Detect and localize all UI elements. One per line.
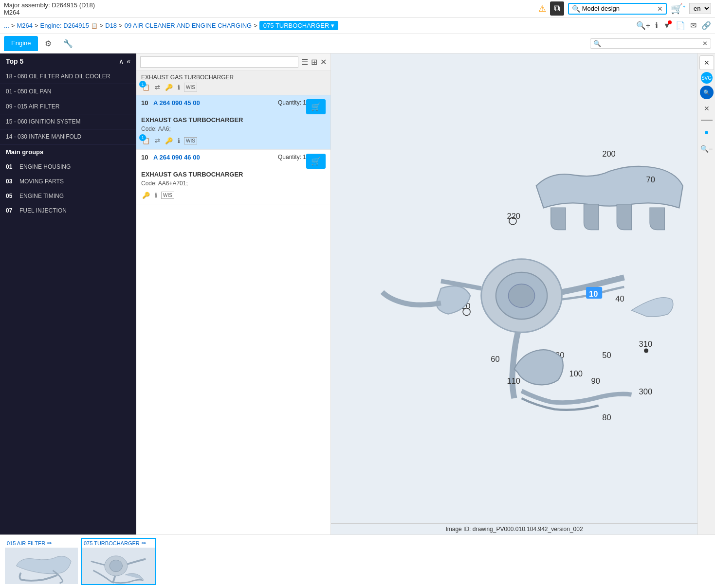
breadcrumb-current[interactable]: 075 TURBOCHARGER ▾ xyxy=(259,21,338,30)
label-40: 40 xyxy=(615,294,624,303)
sidebar-collapse-btn[interactable]: ∧ xyxy=(119,57,124,65)
parts-panel-header: ☰ ⊞ ✕ xyxy=(136,53,330,71)
right-info-btn[interactable]: ● xyxy=(699,125,714,140)
tab-engine[interactable]: Engine xyxy=(4,36,38,51)
part-pos-2: 10 xyxy=(141,154,153,161)
diagram-panel: 200 220 70 xyxy=(331,53,697,535)
part-item-1: 10 A 264 090 45 00 Quantity: 1 🛒 EXHAUST… xyxy=(136,95,330,150)
part-pos-1: 10 xyxy=(141,99,153,107)
part1-exchange-btn[interactable]: ⇄ xyxy=(154,136,161,145)
right-zoom-btn[interactable]: 🔍 xyxy=(700,86,714,99)
tabs: Engine ⚙ 🔧 xyxy=(4,36,78,51)
model-code-text: M264 xyxy=(4,9,95,16)
sidebar-group-01[interactable]: 01 ENGINE HOUSING xyxy=(0,160,136,174)
sidebar-item-oil-pan[interactable]: 01 - 050 OIL PAN xyxy=(0,84,136,99)
search-clear-icon[interactable]: ✕ xyxy=(657,5,663,13)
part-doc-btn[interactable]: 1 📋 xyxy=(141,83,151,92)
cart-button[interactable]: 🛒+ xyxy=(671,3,685,15)
right-toolbar: ✕ SVG 🔍 ✕ ● 🔍− xyxy=(697,53,715,535)
part1-doc-btn[interactable]: 1 📋 xyxy=(141,136,151,145)
copy-button[interactable]: ⧉ xyxy=(550,1,564,16)
parts-close-btn[interactable]: ✕ xyxy=(320,57,327,67)
right-crosshair-btn[interactable]: ✕ xyxy=(699,101,714,116)
diagram-container: 200 220 70 xyxy=(331,53,697,523)
breadcrumb-sep2: > xyxy=(35,22,38,29)
part-wis-btn[interactable]: WIS xyxy=(184,83,197,92)
thumbnail-turbocharger-edit-icon[interactable]: ✏ xyxy=(142,540,147,547)
breadcrumb-d18[interactable]: D18 xyxy=(105,22,117,29)
breadcrumb-engine[interactable]: Engine: D264915 📋 xyxy=(40,22,98,29)
callout-310 xyxy=(644,348,648,353)
breadcrumb-ellipsis[interactable]: ... xyxy=(4,22,9,29)
sidebar-item-air-filter[interactable]: 09 - 015 AIR FILTER xyxy=(0,99,136,114)
language-select[interactable]: en de fr xyxy=(689,3,711,14)
svg-point-3 xyxy=(508,284,534,307)
thumbnail-turbocharger-label: 075 TURBOCHARGER ✏ xyxy=(82,539,155,548)
breadcrumb-sep1: > xyxy=(11,22,15,29)
breadcrumb-09[interactable]: 09 AIR CLEANER AND ENGINE CHARGING xyxy=(125,22,252,29)
parts-list-view-btn[interactable]: ☰ xyxy=(301,57,308,67)
thumbnail-air-filter-text: 015 AIR FILTER xyxy=(7,540,45,546)
right-divider xyxy=(701,120,713,121)
part-doc-notification: 1 xyxy=(139,81,146,88)
thumbnail-air-filter[interactable]: 015 AIR FILTER ✏ xyxy=(4,538,79,585)
part1-key-btn[interactable]: 🔑 xyxy=(164,136,174,145)
part-code-2: Code: AA6+A701; xyxy=(141,180,326,187)
sidebar-pin-btn[interactable]: « xyxy=(127,57,130,65)
label-10: 10 xyxy=(589,289,598,299)
header-left: Major assembly: D264915 (D18) M264 xyxy=(4,1,95,16)
tab-wrench-icon[interactable]: 🔧 xyxy=(58,36,78,51)
sidebar-top5: 18 - 060 OIL FILTER AND OIL COOLER 01 - … xyxy=(0,69,136,144)
share-button[interactable]: 🔗 xyxy=(701,21,711,30)
warning-icon[interactable]: ⚠ xyxy=(538,3,546,14)
doc-button[interactable]: 📄 xyxy=(676,21,685,30)
part1-info-btn[interactable]: ℹ xyxy=(177,136,181,145)
part-number-2[interactable]: A 264 090 46 00 xyxy=(153,154,278,161)
part-key-btn[interactable]: 🔑 xyxy=(164,83,174,92)
zoom-in-button[interactable]: 🔍+ xyxy=(636,21,650,30)
label-220: 220 xyxy=(507,212,520,221)
main-content: Top 5 ∧ « 18 - 060 OIL FILTER AND OIL CO… xyxy=(0,53,715,535)
sidebar-group-03[interactable]: 03 MOVING PARTS xyxy=(0,174,136,189)
breadcrumb-actions: 🔍+ ℹ ▼ 📄 ✉ 🔗 xyxy=(636,21,711,30)
thumbnail-air-filter-edit-icon[interactable]: ✏ xyxy=(47,540,52,547)
part2-info-btn[interactable]: ℹ xyxy=(154,191,158,200)
thumbnail-turbocharger[interactable]: 075 TURBOCHARGER ✏ xyxy=(81,538,156,585)
email-button[interactable]: ✉ xyxy=(690,21,697,30)
filter-button[interactable]: ▼ xyxy=(663,21,671,30)
part-info-btn[interactable]: ℹ xyxy=(177,83,181,92)
search-input[interactable] xyxy=(582,5,655,12)
breadcrumb-sep4: > xyxy=(119,22,123,29)
right-close-btn[interactable]: ✕ xyxy=(699,55,714,70)
sidebar-item-ignition[interactable]: 15 - 060 IGNITION SYSTEM xyxy=(0,114,136,129)
tab-search-input[interactable] xyxy=(603,40,700,47)
parts-search-input[interactable] xyxy=(140,56,298,68)
prev-part-name: EXHAUST GAS TURBOCHARGER xyxy=(141,74,234,81)
part-qty-2: Quantity: 1 xyxy=(278,154,306,160)
sidebar-item-oil-filter[interactable]: 18 - 060 OIL FILTER AND OIL COOLER xyxy=(0,69,136,84)
add-cart-btn-1[interactable]: 🛒 xyxy=(306,99,326,114)
part2-wis-btn[interactable]: WIS xyxy=(161,192,174,199)
breadcrumb-m264[interactable]: M264 xyxy=(17,22,33,29)
add-cart-btn-2[interactable]: 🛒 xyxy=(306,154,326,169)
right-svg-btn[interactable]: SVG xyxy=(701,72,713,84)
top5-label: Top 5 xyxy=(6,57,23,65)
info-button[interactable]: ℹ xyxy=(655,21,658,30)
part-code-1: Code: AA6; xyxy=(141,125,326,132)
part-exchange-btn[interactable]: ⇄ xyxy=(154,83,161,92)
group-label-03: MOVING PARTS xyxy=(19,178,64,185)
breadcrumb-sep5: > xyxy=(254,22,257,29)
part2-key-btn[interactable]: 🔑 xyxy=(141,191,151,200)
sidebar-group-05[interactable]: 05 ENGINE TIMING xyxy=(0,189,136,203)
parts-grid-view-btn[interactable]: ⊞ xyxy=(311,57,317,67)
label-100: 100 xyxy=(569,369,583,378)
part-number-1[interactable]: A 264 090 45 00 xyxy=(153,99,278,107)
right-zoom-out-btn[interactable]: 🔍− xyxy=(699,142,714,156)
sidebar-group-07[interactable]: 07 FUEL INJECTION xyxy=(0,203,136,218)
tab-settings-icon[interactable]: ⚙ xyxy=(40,36,56,51)
sidebar-item-intake[interactable]: 14 - 030 INTAKE MANIFOLD xyxy=(0,129,136,144)
parts-panel: ☰ ⊞ ✕ EXHAUST GAS TURBOCHARGER 1 📋 ⇄ 🔑 ℹ… xyxy=(136,53,331,535)
label-70: 70 xyxy=(646,175,655,184)
part1-wis-btn[interactable]: WIS xyxy=(184,137,197,144)
tab-search-clear-icon[interactable]: ✕ xyxy=(702,40,708,47)
